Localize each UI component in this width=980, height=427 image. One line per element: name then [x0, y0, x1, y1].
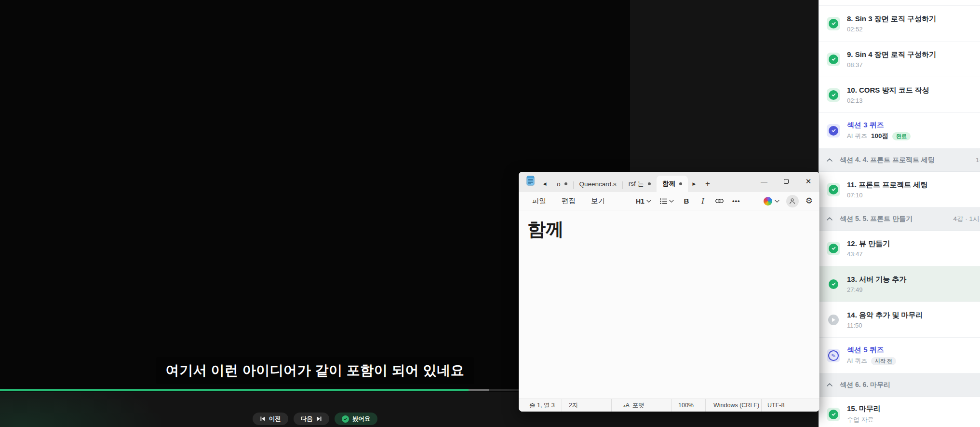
- lecture-title: 8. Sin 3 장면 로직 구성하기: [847, 14, 936, 24]
- tab-label: Queencard.s: [579, 180, 617, 188]
- bold-button[interactable]: B: [680, 194, 693, 208]
- watched-label: 봤어요: [352, 415, 371, 423]
- lecture-duration: 11:50: [847, 322, 923, 329]
- chevron-up-icon: [827, 383, 832, 386]
- window-controls: — ✕: [753, 172, 819, 191]
- section-header[interactable]: 섹션 6. 6. 마무리: [819, 373, 980, 397]
- lecture-duration: 07:10: [847, 192, 928, 199]
- minimize-button[interactable]: —: [753, 172, 775, 191]
- tab-active[interactable]: 함께: [657, 176, 688, 192]
- maximize-button[interactable]: [775, 172, 797, 191]
- menu-file[interactable]: 파일: [525, 193, 553, 208]
- player-controls: 이전 다음 봤어요: [0, 413, 630, 425]
- quiz-row[interactable]: ✎ 섹션 5 퀴즈 AI 퀴즈 시작 전: [819, 338, 980, 373]
- menubar-right-tools: ⚙: [764, 195, 813, 207]
- section-title: 섹션 5. 5. 프론트 만들기: [840, 215, 913, 223]
- format-aA-icon: ᴀA: [623, 402, 630, 409]
- italic-button[interactable]: I: [696, 194, 710, 208]
- lecture-title: 14. 음악 추가 및 마무리: [847, 311, 923, 320]
- completed-check-icon: [827, 408, 840, 421]
- notepad-statusbar: 줄 1, 열 32자ᴀA포맷100%Windows (CRLF)UTF-8: [519, 399, 819, 412]
- lecture-duration: 수업 자료: [847, 415, 881, 424]
- lecture-title: 12. 뷰 만들기: [847, 239, 890, 248]
- skip-next-icon: [316, 416, 322, 422]
- chevron-up-icon: [827, 158, 832, 162]
- status-badge: 시작 전: [871, 357, 896, 365]
- next-label: 다음: [301, 415, 313, 423]
- lecture-row[interactable]: 11. 프론트 프로젝트 세팅 07:10: [819, 172, 980, 207]
- lecture-row[interactable]: 9. Sin 4 장면 로직 구성하기 08:37: [819, 41, 980, 77]
- quiz-title: 섹션 3 퀴즈: [847, 121, 911, 130]
- tab[interactable]: o: [551, 176, 573, 192]
- lecture-row[interactable]: 8. Sin 3 장면 로직 구성하기 02:52: [819, 6, 980, 41]
- statusbar-segment: 2자: [562, 399, 612, 412]
- tab-strip: oQueencard.srsf 는함께: [551, 176, 688, 192]
- close-button[interactable]: ✕: [797, 172, 819, 191]
- settings-gear-icon[interactable]: ⚙: [805, 196, 813, 206]
- statusbar-segment: 100%: [671, 399, 706, 412]
- section-header[interactable]: 섹션 5. 5. 프론트 만들기 4강 · 1시간: [819, 207, 980, 231]
- completed-check-icon: [827, 277, 840, 291]
- lecture-row[interactable]: 14. 음악 추가 및 마무리 11:50: [819, 302, 980, 338]
- quiz-pencil-icon: ✎: [827, 349, 840, 362]
- chevron-down-icon: [646, 200, 651, 203]
- lecture-duration: 08:37: [847, 61, 936, 69]
- lecture-duration: 02:52: [847, 26, 936, 33]
- tab-scroll-left-icon[interactable]: ◀: [538, 176, 551, 192]
- heading-style-dropdown[interactable]: H1: [633, 194, 654, 208]
- chevron-down-icon: [775, 200, 779, 203]
- tab-scroll-right-icon[interactable]: ▶: [688, 176, 700, 192]
- watched-button[interactable]: 봤어요: [335, 413, 378, 425]
- lecture-row[interactable]: 13. 서버 기능 추가 27:49: [819, 266, 980, 302]
- list-dropdown[interactable]: [657, 194, 677, 208]
- lecture-duration: 43:47: [847, 250, 890, 258]
- subtitle-text: 여기서 이런 아이디어가 같이 포함이 되어 있네요: [166, 363, 465, 378]
- lecture-duration: 27:49: [847, 286, 906, 293]
- lecture-title: 13. 서버 기능 추가: [847, 275, 906, 284]
- tab[interactable]: Queencard.s: [574, 176, 622, 192]
- notepad-titlebar[interactable]: ◀ oQueencard.srsf 는함께 ▶ + — ✕: [519, 172, 819, 192]
- notepad-editor[interactable]: 함께: [519, 210, 819, 399]
- link-icon: [715, 199, 724, 203]
- account-icon[interactable]: [786, 195, 799, 207]
- quiz-type-label: AI 퀴즈: [847, 132, 867, 140]
- link-button[interactable]: [712, 194, 726, 208]
- play-icon: [827, 313, 840, 327]
- menu-view[interactable]: 보기: [584, 193, 612, 208]
- format-toolbar: H1 B I: [633, 194, 743, 208]
- copilot-icon: [764, 197, 772, 206]
- menu-edit[interactable]: 편집: [555, 193, 582, 208]
- quiz-row[interactable]: 섹션 3 퀴즈 AI 퀴즈 100점 완료: [819, 113, 980, 149]
- screen: 여기서 이런 아이디어가 같이 포함이 되어 있네요 이전 다음 봤어요: [0, 0, 980, 427]
- lecture-row[interactable]: 10. CORS 방지 코드 작성 02:13: [819, 77, 980, 113]
- progress-played: [0, 389, 469, 391]
- lecture-row[interactable]: 15. 마무리 수업 자료: [819, 397, 980, 427]
- lecture-row[interactable]: 12. 뷰 만들기 43:47: [819, 231, 980, 266]
- section-title: 섹션 6. 6. 마무리: [840, 381, 890, 389]
- chevron-up-icon: [827, 217, 832, 220]
- subtitle-box: 여기서 이런 아이디어가 같이 포함이 되어 있네요: [156, 357, 474, 384]
- document-text: 함께: [527, 218, 819, 240]
- tab-label: 함께: [662, 179, 675, 188]
- skip-previous-icon: [260, 416, 266, 422]
- previous-lecture-button[interactable]: 이전: [253, 413, 288, 425]
- section-meta: 1강: [976, 156, 980, 165]
- new-tab-button[interactable]: +: [700, 176, 715, 192]
- section-header[interactable]: 섹션 4. 4. 프론트 프로젝트 세팅 1강: [819, 149, 980, 172]
- curriculum-list: 8. Sin 3 장면 로직 구성하기 02:52 9. Sin 4 장면 로직…: [819, 6, 980, 427]
- quiz-score: 100점: [871, 132, 888, 140]
- copilot-dropdown[interactable]: [764, 197, 779, 206]
- next-lecture-button[interactable]: 다음: [294, 413, 329, 425]
- sidebar-top-divider: [819, 0, 980, 6]
- notepad-menubar: 파일 편집 보기 H1 B I: [519, 192, 819, 210]
- tab[interactable]: rsf 는: [623, 176, 657, 192]
- lecture-title: 10. CORS 방지 코드 작성: [847, 86, 929, 95]
- completed-check-icon: [827, 242, 840, 255]
- section-meta: 4강 · 1시간: [953, 215, 980, 223]
- lecture-title: 9. Sin 4 장면 로직 구성하기: [847, 50, 936, 59]
- tab-label: o: [557, 180, 561, 188]
- curriculum-sidebar: 8. Sin 3 장면 로직 구성하기 02:52 9. Sin 4 장면 로직…: [819, 0, 980, 427]
- completed-check-icon: [827, 88, 840, 102]
- chevron-down-icon: [669, 200, 674, 203]
- more-options-button[interactable]: •••: [729, 194, 743, 208]
